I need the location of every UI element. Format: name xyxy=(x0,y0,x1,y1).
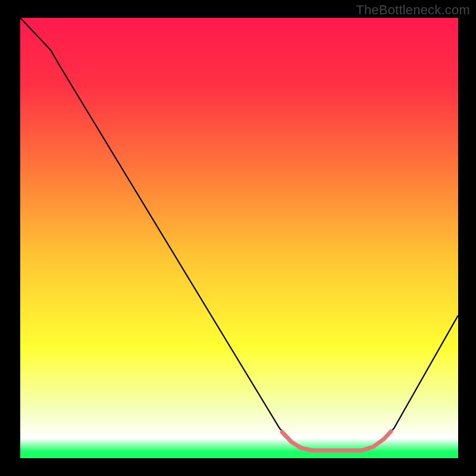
bottleneck-chart xyxy=(0,0,476,476)
watermark-text: TheBottleneck.com xyxy=(356,2,470,18)
plot-background xyxy=(20,18,458,458)
chart-container: TheBottleneck.com xyxy=(0,0,476,476)
